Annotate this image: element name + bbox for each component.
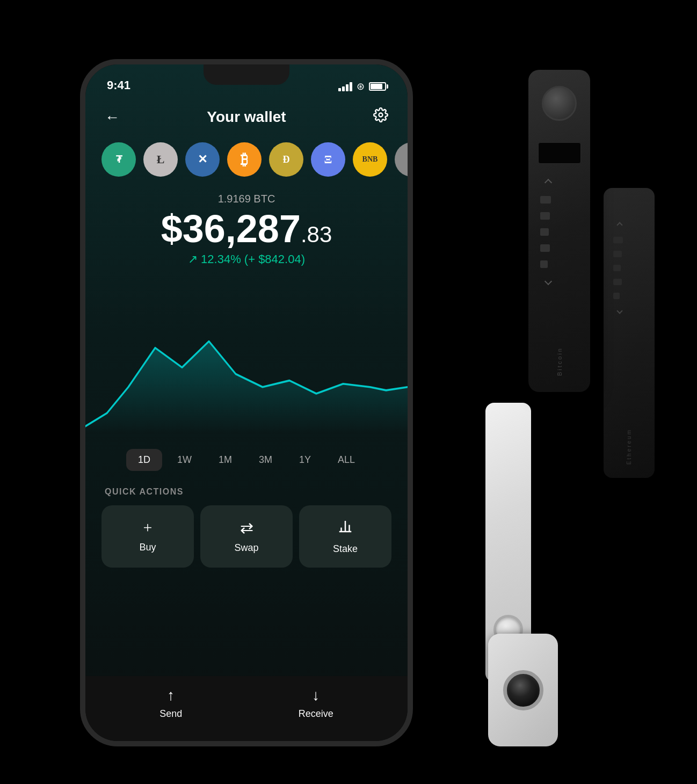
balance-cents: .83 [301,222,332,247]
send-label: Send [159,708,182,720]
send-icon: ↑ [167,687,175,704]
stake-label: Stake [333,543,358,555]
top-bar: ← Your wallet [85,97,408,137]
signal-icon [338,82,352,91]
ns-icon2 [613,251,622,257]
nav-up [534,180,551,185]
icon2 [540,212,550,220]
balance-main: $36,287 [161,207,301,250]
send-button[interactable]: ↑ Send [159,687,182,720]
coin-algo[interactable]: A [395,142,408,177]
time-1m[interactable]: 1M [207,449,244,471]
bar2 [342,86,345,91]
swap-label: Swap [234,542,258,554]
coin-btc-selected[interactable]: ₿ [227,142,262,177]
coin-doge[interactable]: Ð [269,142,303,177]
time-selector[interactable]: 1D 1W 1M 3M 1Y ALL [85,438,408,482]
ns-arrow-up [616,222,622,228]
page-title: Your wallet [207,108,286,126]
quick-actions-label: QUICK ACTIONS [85,482,408,505]
bar3 [346,84,348,91]
ns-arrow-down [616,308,622,314]
ethereum-label: Ethereum [626,429,632,464]
buy-button[interactable]: + Buy [101,505,194,568]
back-button[interactable]: ← [105,108,120,126]
status-time: 9:41 [107,78,130,92]
coin-usdt[interactable]: ₮ [101,142,136,177]
ns-icon3 [613,265,621,271]
coin-eth[interactable]: Ξ [311,142,345,177]
wifi-icon: ⊛ [357,81,365,92]
chart-container [85,282,408,433]
time-1w[interactable]: 1W [165,449,204,471]
ledger-stax-white [488,634,558,746]
phone: 9:41 ⊛ ← [80,59,413,746]
ledger-nano-x-black: Bitcoin [528,70,590,392]
bar1 [338,88,341,91]
scene: 9:41 ⊛ ← [53,27,644,757]
receive-label: Receive [299,708,333,720]
time-1d[interactable]: 1D [126,449,162,471]
ns-icon4 [613,279,622,285]
time-1y[interactable]: 1Y [287,449,323,471]
balance-change: ↗ 12.34% (+ $842.04) [96,252,397,266]
nano-s-nav [604,223,655,313]
plus-icon: + [143,518,153,536]
price-chart [85,282,408,433]
app-content: ← Your wallet ₮ Ł ✕ ₿ [85,97,408,741]
camera-lens [503,670,543,710]
ns-icon5 [613,293,620,299]
icon-list [534,196,551,268]
arrow-down-icon [544,278,552,285]
balance-amount: $36,287.83 [96,209,397,248]
balance-section: 1.9169 BTC $36,287.83 ↗ 12.34% (+ $842.0… [85,187,408,277]
ns-icons [608,237,623,299]
coin-ltc[interactable]: Ł [143,142,178,177]
chart-fill [85,342,408,433]
swap-button[interactable]: ⇄ Swap [200,505,293,568]
ledger-nano-s-black: Ethereum [604,188,655,478]
status-icons: ⊛ [338,81,386,92]
coin-selector[interactable]: ₮ Ł ✕ ₿ Ð Ξ BNB A [85,137,408,187]
ledger-nav [528,180,590,284]
bar4 [350,82,352,91]
settings-button[interactable] [373,107,388,126]
balance-coin-label: 1.9169 BTC [96,193,397,205]
time-3m[interactable]: 3M [247,449,284,471]
bottom-bar: ↑ Send ↓ Receive [85,676,408,741]
stake-button[interactable]: Stake [299,505,391,568]
nav-down [534,279,551,284]
icon1 [540,196,551,204]
battery-icon [369,82,386,91]
coin-bnb[interactable]: BNB [353,142,387,177]
swap-icon: ⇄ [240,518,253,537]
ledger-screen [538,142,581,164]
time-all[interactable]: ALL [326,449,367,471]
arrow-up-icon [544,179,552,186]
ns-icon1 [613,237,623,243]
coin-xrp[interactable]: ✕ [185,142,220,177]
svg-point-0 [379,113,382,117]
battery-fill [371,84,382,89]
quick-actions-grid: + Buy ⇄ Swap [85,505,408,578]
receive-icon: ↓ [312,687,320,704]
icon4 [540,244,550,252]
ledger-button-top [542,86,577,121]
stake-icon [337,518,353,538]
phone-inner: 9:41 ⊛ ← [85,64,408,741]
icon5 [540,260,548,268]
bitcoin-label: Bitcoin [556,347,563,376]
buy-label: Buy [139,542,156,553]
receive-button[interactable]: ↓ Receive [299,687,333,720]
icon3 [540,228,549,236]
notch [204,64,289,85]
